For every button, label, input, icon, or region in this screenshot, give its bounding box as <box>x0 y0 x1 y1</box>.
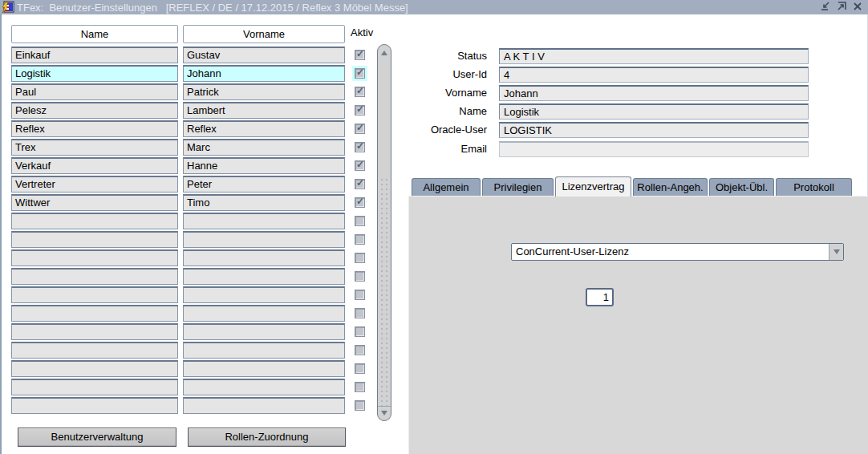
table-row[interactable]: PeleszLambert✓ <box>11 102 388 119</box>
table-row[interactable] <box>11 360 388 377</box>
name-cell[interactable] <box>11 286 178 303</box>
vorname-cell[interactable] <box>183 323 345 340</box>
vorname-cell[interactable]: Timo <box>183 194 345 211</box>
tab-lizenzvertrag[interactable]: Lizenzvertrag <box>555 176 631 197</box>
vorname-cell[interactable]: Peter <box>183 176 345 193</box>
anzahl-lizenz-input[interactable]: 1 <box>586 288 614 306</box>
aktiv-checkbox[interactable]: ✓ <box>352 103 367 118</box>
oracle-user-field[interactable]: LOGISTIK <box>499 122 809 138</box>
vorname-cell[interactable]: Hanne <box>183 157 345 174</box>
scroll-down-icon[interactable] <box>378 406 391 419</box>
table-row[interactable]: LogistikJohann✓ <box>11 65 388 82</box>
close-icon[interactable] <box>852 1 863 12</box>
scrollbar-track[interactable] <box>379 177 389 406</box>
name-cell[interactable] <box>11 231 178 248</box>
vorname-cell[interactable] <box>183 360 345 377</box>
table-row[interactable] <box>11 379 388 395</box>
aktiv-checkbox[interactable]: ✓ <box>352 66 367 81</box>
maximize-icon[interactable] <box>836 1 847 12</box>
name-cell[interactable] <box>11 323 178 340</box>
vorname-cell[interactable] <box>183 342 345 359</box>
chevron-down-icon[interactable] <box>829 244 843 260</box>
tab-allgemein[interactable]: Allgemein <box>412 178 481 196</box>
vorname-cell[interactable] <box>183 379 345 395</box>
aktiv-checkbox[interactable]: ✓ <box>352 47 367 63</box>
table-row[interactable] <box>11 397 388 414</box>
aktiv-checkbox[interactable]: ✓ <box>352 140 367 155</box>
vorname-cell[interactable]: Reflex <box>183 120 345 137</box>
table-scrollbar[interactable] <box>377 44 391 421</box>
name-cell[interactable]: Vertreter <box>11 176 178 193</box>
name-cell[interactable] <box>11 379 178 395</box>
table-row[interactable]: VerkaufHanne✓ <box>11 157 388 174</box>
table-row[interactable] <box>11 323 388 340</box>
table-row[interactable]: EinkaufGustav✓ <box>11 47 388 63</box>
column-header-name[interactable]: Name <box>11 25 178 43</box>
aktiv-checkbox[interactable]: ✓ <box>352 158 367 173</box>
lizenzvertrag-dropdown[interactable]: ConCurrent-User-Lizenz <box>511 243 844 261</box>
benutzerverwaltung-button[interactable]: Benutzerverwaltung <box>18 428 176 447</box>
name-cell[interactable]: Einkauf <box>11 47 178 63</box>
rollen-zuordnung-button[interactable]: Rollen-Zuordnung <box>188 428 346 447</box>
tab-protokoll[interactable]: Protokoll <box>776 178 852 196</box>
vorname-cell[interactable]: Lambert <box>183 102 345 119</box>
name-cell[interactable]: Paul <box>11 83 178 100</box>
table-row[interactable]: TrexMarc✓ <box>11 139 388 156</box>
vorname-cell[interactable]: Gustav <box>183 47 345 63</box>
tab-rollen-angeh[interactable]: Rollen-Angeh. <box>633 178 708 196</box>
column-header-vorname[interactable]: Vorname <box>183 25 345 43</box>
vorname-cell[interactable] <box>183 231 345 248</box>
vorname-cell[interactable] <box>183 305 345 322</box>
name-cell[interactable] <box>11 397 178 414</box>
name-cell[interactable] <box>11 360 178 377</box>
aktiv-checkbox[interactable] <box>352 343 367 358</box>
aktiv-checkbox[interactable]: ✓ <box>352 84 367 99</box>
aktiv-checkbox[interactable] <box>352 324 367 339</box>
table-row[interactable] <box>11 342 388 359</box>
vorname-cell[interactable]: Marc <box>183 139 345 156</box>
name-cell[interactable]: Reflex <box>11 120 178 137</box>
table-row[interactable] <box>11 286 388 303</box>
name-cell[interactable] <box>11 249 178 266</box>
aktiv-checkbox[interactable] <box>352 379 367 395</box>
table-row[interactable] <box>11 231 388 248</box>
table-row[interactable]: PaulPatrick✓ <box>11 83 388 100</box>
name-cell[interactable]: Pelesz <box>11 102 178 119</box>
aktiv-checkbox[interactable] <box>352 361 367 376</box>
name-cell[interactable]: Logistik <box>11 65 178 82</box>
user-id-field[interactable]: 4 <box>499 67 809 83</box>
minimize-icon[interactable] <box>820 1 831 12</box>
aktiv-checkbox[interactable] <box>352 250 367 266</box>
aktiv-checkbox[interactable] <box>352 269 367 284</box>
tab-objekt-uebl[interactable]: Objekt-Übl. <box>709 178 774 196</box>
aktiv-checkbox[interactable] <box>352 213 367 229</box>
vorname-cell[interactable] <box>183 268 345 285</box>
vorname-cell[interactable] <box>183 286 345 303</box>
name-cell[interactable] <box>11 305 178 322</box>
table-row[interactable] <box>11 213 388 229</box>
vorname-cell[interactable] <box>183 213 345 229</box>
vorname-cell[interactable]: Patrick <box>183 83 345 100</box>
name-cell[interactable]: Wittwer <box>11 194 178 211</box>
email-field[interactable] <box>499 141 809 157</box>
name-cell[interactable]: Trex <box>11 139 178 156</box>
table-row[interactable] <box>11 305 388 322</box>
name-cell[interactable]: Verkauf <box>11 157 178 174</box>
tab-privilegien[interactable]: Privilegien <box>482 178 554 196</box>
aktiv-checkbox[interactable]: ✓ <box>352 195 367 210</box>
aktiv-checkbox[interactable] <box>352 232 367 247</box>
aktiv-checkbox[interactable] <box>352 306 367 321</box>
table-row[interactable]: ReflexReflex✓ <box>11 120 388 137</box>
name-field[interactable]: Logistik <box>499 103 809 120</box>
table-row[interactable] <box>11 268 388 285</box>
table-row[interactable] <box>11 249 388 266</box>
table-row[interactable]: VertreterPeter✓ <box>11 176 388 193</box>
aktiv-checkbox[interactable]: ✓ <box>352 121 367 136</box>
aktiv-checkbox[interactable] <box>352 287 367 302</box>
name-cell[interactable] <box>11 268 178 285</box>
aktiv-checkbox[interactable]: ✓ <box>352 176 367 192</box>
name-cell[interactable] <box>11 342 178 359</box>
table-row[interactable]: WittwerTimo✓ <box>11 194 388 211</box>
vorname-cell[interactable]: Johann <box>183 65 345 82</box>
aktiv-checkbox[interactable] <box>352 398 367 413</box>
